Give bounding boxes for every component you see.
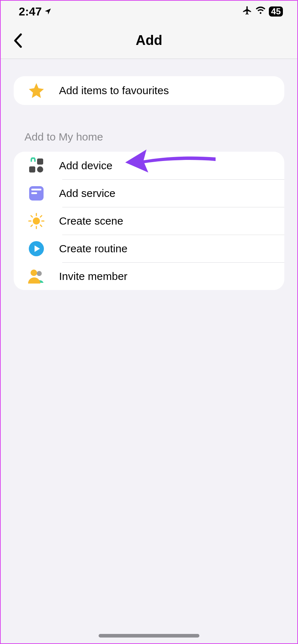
create-routine-row[interactable]: Create routine [14, 235, 284, 262]
star-icon [27, 82, 45, 100]
create-scene-label: Create scene [59, 215, 123, 227]
svg-line-12 [40, 225, 42, 226]
section-label: Add to My home [24, 131, 284, 143]
svg-rect-1 [29, 166, 35, 172]
status-bar: 2:47 45 [1, 1, 297, 22]
create-routine-label: Create routine [59, 243, 127, 255]
svg-line-13 [31, 225, 32, 226]
wifi-icon [255, 6, 266, 17]
add-service-icon [27, 184, 45, 202]
add-to-favourites-row[interactable]: Add items to favourites [14, 76, 284, 105]
status-right: 45 [242, 5, 283, 18]
location-icon [44, 5, 52, 18]
content: Add items to favourites Add to My home A… [1, 59, 297, 290]
svg-point-2 [37, 166, 43, 172]
invite-member-label: Invite member [59, 270, 127, 282]
create-scene-row[interactable]: Create scene [14, 207, 284, 235]
add-service-row[interactable]: Add service [14, 179, 284, 207]
svg-point-16 [37, 271, 42, 276]
svg-line-11 [31, 216, 32, 217]
create-scene-icon [27, 212, 45, 230]
svg-point-17 [31, 270, 37, 276]
add-list: Add device Add service [14, 152, 284, 290]
chevron-left-icon [14, 33, 22, 48]
status-time: 2:47 [19, 5, 42, 18]
svg-rect-5 [31, 192, 37, 194]
page-title: Add [136, 33, 162, 48]
svg-rect-4 [31, 189, 41, 190]
invite-member-row[interactable]: Invite member [14, 262, 284, 290]
airplane-icon [242, 5, 252, 18]
add-service-label: Add service [59, 187, 116, 199]
nav-header: Add [1, 22, 297, 59]
add-device-row[interactable]: Add device [14, 152, 284, 179]
favourites-label: Add items to favourites [59, 84, 169, 97]
back-button[interactable] [11, 33, 25, 48]
svg-rect-0 [37, 158, 43, 165]
svg-point-6 [33, 217, 40, 225]
add-device-icon [27, 157, 45, 175]
home-indicator[interactable] [99, 634, 199, 638]
add-device-label: Add device [59, 160, 112, 172]
invite-member-icon [27, 267, 45, 285]
svg-line-14 [40, 216, 42, 217]
battery-indicator: 45 [269, 6, 283, 17]
create-routine-icon [27, 240, 45, 258]
status-time-group: 2:47 [19, 5, 52, 18]
